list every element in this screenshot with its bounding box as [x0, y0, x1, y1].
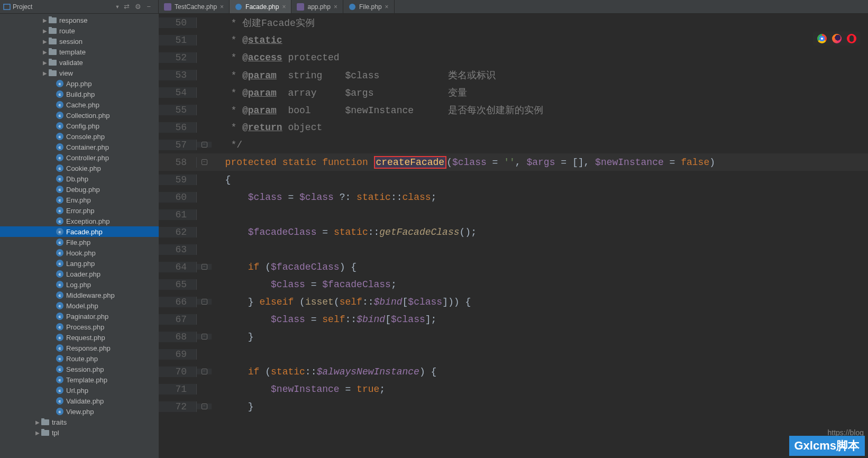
- opera-icon[interactable]: [847, 34, 856, 43]
- expand-icon[interactable]: ▶: [41, 28, 49, 34]
- code-line[interactable]: 68− }: [159, 328, 868, 345]
- code-line[interactable]: 51 * @static: [159, 31, 868, 49]
- code-line[interactable]: 69: [159, 345, 868, 363]
- gutter-mark[interactable]: −: [197, 142, 212, 148]
- code-line[interactable]: 57− */: [159, 136, 868, 153]
- code-content[interactable]: * @param string $class 类名或标识: [212, 69, 868, 81]
- tree-file[interactable]: Log.php: [0, 279, 159, 290]
- code-line[interactable]: 72− }: [159, 398, 868, 415]
- code-content[interactable]: * @param bool $newInstance 是否每次创建新的实例: [212, 104, 868, 116]
- code-line[interactable]: 54 * @param array $args 变量: [159, 84, 868, 101]
- tree-folder[interactable]: ▶response: [0, 15, 159, 25]
- code-content[interactable]: }: [212, 332, 868, 342]
- tree-file[interactable]: Debug.php: [0, 184, 159, 195]
- tree-file[interactable]: Request.php: [0, 332, 159, 343]
- code-editor[interactable]: 50 * 创建Facade实例51 * @static52 * @access …: [159, 14, 868, 458]
- code-line[interactable]: 55 * @param bool $newInstance 是否每次创建新的实例: [159, 101, 868, 118]
- tree-file[interactable]: Template.php: [0, 374, 159, 385]
- gutter-mark[interactable]: −: [197, 404, 212, 409]
- tab-app[interactable]: app.php ×: [291, 0, 343, 13]
- tree-file[interactable]: Model.php: [0, 300, 159, 311]
- code-line[interactable]: 63: [159, 241, 868, 258]
- tree-file[interactable]: View.php: [0, 406, 159, 417]
- expand-icon[interactable]: ▶: [41, 49, 49, 55]
- code-content[interactable]: $class = $facadeClass;: [212, 279, 868, 290]
- code-content[interactable]: * 创建Facade实例: [212, 16, 868, 29]
- tree-file[interactable]: Env.php: [0, 195, 159, 205]
- tree-file[interactable]: Controller.php: [0, 152, 159, 163]
- tree-file[interactable]: Process.php: [0, 322, 159, 332]
- tree-file[interactable]: Paginator.php: [0, 311, 159, 322]
- tree-folder[interactable]: ▶template: [0, 47, 159, 57]
- tree-file[interactable]: Session.php: [0, 364, 159, 374]
- project-header[interactable]: Project ▼ ⇄ ⚙ −: [0, 0, 159, 13]
- code-line[interactable]: 65 $class = $facadeClass;: [159, 276, 868, 293]
- tree-file[interactable]: Route.php: [0, 353, 159, 364]
- code-content[interactable]: if ($facadeClass) {: [212, 262, 868, 272]
- code-line[interactable]: 67 $class = self::$bind[$class];: [159, 310, 868, 328]
- code-content[interactable]: }: [212, 401, 868, 412]
- code-line[interactable]: 58− protected static function createFaca…: [159, 153, 868, 171]
- code-line[interactable]: 71 $newInstance = true;: [159, 380, 868, 398]
- code-line[interactable]: 56 * @return object: [159, 118, 868, 136]
- code-content[interactable]: */: [212, 140, 868, 150]
- tree-file[interactable]: Loader.php: [0, 269, 159, 279]
- code-content[interactable]: * @static: [212, 35, 868, 45]
- tree-file[interactable]: Error.php: [0, 205, 159, 216]
- tab-file[interactable]: File.php ×: [343, 0, 395, 13]
- code-content[interactable]: $class = $class ?: static::class;: [212, 192, 868, 203]
- code-content[interactable]: protected static function createFacade($…: [212, 157, 868, 168]
- code-line[interactable]: 50 * 创建Facade实例: [159, 14, 868, 31]
- chrome-icon[interactable]: [817, 34, 827, 43]
- code-content[interactable]: * @param array $args 变量: [212, 86, 868, 99]
- code-line[interactable]: 64− if ($facadeClass) {: [159, 258, 868, 276]
- code-content[interactable]: $class = self::$bind[$class];: [212, 314, 868, 325]
- tree-file[interactable]: Build.php: [0, 89, 159, 99]
- expand-icon[interactable]: ▶: [34, 419, 41, 425]
- gutter-mark[interactable]: −: [197, 369, 212, 374]
- gutter-mark[interactable]: −: [197, 334, 212, 340]
- close-icon[interactable]: ×: [334, 3, 337, 11]
- firefox-icon[interactable]: [832, 34, 842, 43]
- tree-file[interactable]: Db.php: [0, 173, 159, 184]
- code-line[interactable]: 52 * @access protected: [159, 49, 868, 66]
- code-line[interactable]: 62 $facadeClass = static::getFacadeClass…: [159, 223, 868, 241]
- tree-folder[interactable]: ▶route: [0, 25, 159, 36]
- tree-file[interactable]: Container.php: [0, 142, 159, 152]
- tree-file[interactable]: Facade.php: [0, 226, 159, 237]
- tab-testcache[interactable]: TestCache.php ×: [159, 0, 230, 13]
- gutter-mark[interactable]: −: [197, 159, 212, 165]
- tree-file[interactable]: Cookie.php: [0, 163, 159, 173]
- code-line[interactable]: 70− if (static::$alwaysNewInstance) {: [159, 363, 868, 380]
- tree-file[interactable]: Exception.php: [0, 216, 159, 226]
- tree-folder[interactable]: ▶session: [0, 36, 159, 47]
- tree-file[interactable]: Url.php: [0, 385, 159, 396]
- code-content[interactable]: if (static::$alwaysNewInstance) {: [212, 367, 868, 377]
- code-content[interactable]: * @access protected: [212, 52, 868, 63]
- close-icon[interactable]: ×: [220, 3, 224, 11]
- expand-icon[interactable]: ▶: [41, 70, 49, 76]
- code-line[interactable]: 66− } elseif (isset(self::$bind[$class])…: [159, 293, 868, 310]
- tree-file[interactable]: Hook.php: [0, 248, 159, 258]
- tree-file[interactable]: Response.php: [0, 343, 159, 353]
- tree-file[interactable]: File.php: [0, 237, 159, 248]
- gutter-mark[interactable]: −: [197, 299, 212, 305]
- tree-folder[interactable]: ▶tpl: [0, 427, 159, 438]
- code-content[interactable]: $newInstance = true;: [212, 384, 868, 395]
- code-content[interactable]: {: [212, 175, 868, 185]
- gutter-mark[interactable]: −: [197, 264, 212, 270]
- expand-icon[interactable]: ▶: [41, 60, 49, 66]
- code-line[interactable]: 59 {: [159, 171, 868, 188]
- close-icon[interactable]: ×: [385, 3, 389, 11]
- tab-facade[interactable]: Facade.php ×: [230, 0, 291, 13]
- close-icon[interactable]: ×: [282, 3, 286, 11]
- code-line[interactable]: 53 * @param string $class 类名或标识: [159, 66, 868, 84]
- code-line[interactable]: 61: [159, 206, 868, 223]
- tree-folder[interactable]: ▶traits: [0, 417, 159, 427]
- collapse-icon[interactable]: −: [147, 3, 151, 11]
- scroll-from-source-icon[interactable]: ⇄: [124, 3, 130, 11]
- tree-file[interactable]: Lang.php: [0, 258, 159, 269]
- tree-file[interactable]: Cache.php: [0, 99, 159, 110]
- tree-file[interactable]: Middleware.php: [0, 290, 159, 300]
- code-content[interactable]: * @return object: [212, 122, 868, 133]
